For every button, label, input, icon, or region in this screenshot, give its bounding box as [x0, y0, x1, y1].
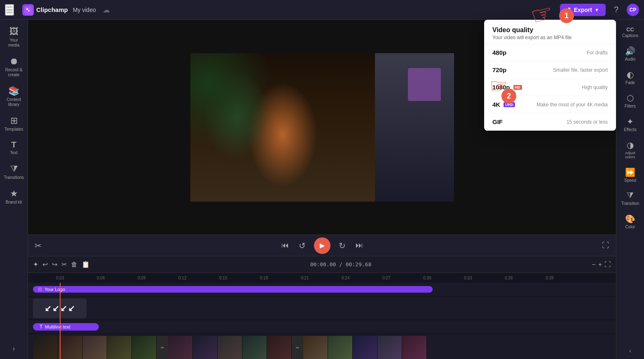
- audio-icon: 🔊: [625, 46, 635, 56]
- text-icon: T: [11, 140, 16, 150]
- option-left-480p: 480p: [492, 49, 506, 56]
- rs-item-effects[interactable]: ✦ Effects: [618, 113, 643, 135]
- vid-thumb: [377, 336, 402, 359]
- quality-option-720p[interactable]: 720p Smaller file, faster export: [484, 61, 616, 79]
- video-title[interactable]: My video: [73, 7, 96, 13]
- sidebar-expand-button[interactable]: ›: [13, 345, 15, 352]
- play-button[interactable]: ▶: [314, 237, 330, 254]
- rs-item-transition[interactable]: ⧩ Transition: [618, 188, 643, 209]
- sidebar-item-record[interactable]: ⏺ Record &create: [2, 53, 26, 81]
- cursor-number-2: 2: [501, 89, 516, 103]
- rs-item-fade[interactable]: ◐ Fade: [618, 66, 643, 88]
- popup-header: Video quality Your video will export as …: [484, 20, 616, 44]
- timeline-copy-button[interactable]: 📋: [82, 260, 90, 268]
- vid-thumb: [107, 336, 132, 359]
- vid-thumb: [58, 336, 82, 359]
- ruler-mark: 0:18: [260, 276, 301, 280]
- arrows-clip[interactable]: ↙ ↙ ↙ ↙: [33, 298, 87, 318]
- ruler-mark: 0:09: [138, 276, 178, 280]
- timeline-cut-button[interactable]: ✂: [61, 260, 67, 268]
- vid-thumb: [193, 336, 218, 359]
- record-icon: ⏺: [9, 56, 19, 67]
- timeline-zoom: − + ⛶: [592, 261, 611, 268]
- rs-label-filters: Filters: [625, 104, 636, 108]
- timeline-delete-button[interactable]: 🗑: [71, 261, 77, 268]
- res-gif: GIF: [492, 118, 503, 125]
- sidebar-item-templates[interactable]: ⊞ Templates: [2, 112, 26, 135]
- logo-icon: [22, 4, 34, 16]
- logo-track-label: Your Logo: [44, 287, 65, 292]
- option-left-720p: 720p: [492, 66, 506, 73]
- timeline-undo-button[interactable]: ↩: [42, 260, 48, 268]
- timeline-magic-button[interactable]: ✦: [33, 260, 38, 268]
- adjust-icon: ◑: [627, 140, 634, 150]
- logo-dot-icon: [38, 287, 42, 291]
- zoom-in-button[interactable]: +: [598, 261, 602, 268]
- time-total: 00:29.68: [346, 261, 372, 267]
- cursor-number-1: 1: [559, 8, 574, 23]
- rs-label-audio: Audio: [625, 57, 636, 61]
- ruler-mark: 0:15: [219, 276, 260, 280]
- popup-subtitle: Your video will export as an MP4 file: [492, 35, 608, 40]
- ruler-mark: 0:33: [464, 276, 505, 280]
- rs-item-adjust[interactable]: ◑ Adjustcolors: [618, 137, 643, 162]
- hamburger-button[interactable]: ☰: [5, 4, 14, 16]
- ruler-mark: 0:06: [97, 276, 138, 280]
- rs-item-speed[interactable]: ⏩ Speed: [618, 164, 643, 186]
- left-sidebar: 🖼 Your media ⏺ Record &create 📚 Contentl…: [0, 20, 28, 359]
- text-clip[interactable]: T Multiline text: [33, 323, 99, 331]
- sidebar-item-media[interactable]: 🖼 Your media: [2, 23, 26, 51]
- fade-icon: ◐: [627, 70, 634, 80]
- ruler-mark: 0:03: [56, 276, 97, 280]
- next-button[interactable]: ⏭: [354, 239, 365, 251]
- desc-480p: For drafts: [587, 50, 608, 56]
- vid-thumb: [168, 336, 193, 359]
- option-left-gif: GIF: [492, 118, 503, 125]
- sidebar-label-content: Contentlibrary: [7, 97, 21, 107]
- timeline-ruler: 0:03 0:06 0:09 0:12 0:15 0:18 0:21 0:24 …: [28, 273, 616, 283]
- res-480p: 480p: [492, 49, 506, 56]
- rs-item-audio[interactable]: 🔊 Audio: [618, 43, 643, 65]
- effects-icon: ✦: [627, 117, 634, 127]
- vid-thumb: [328, 336, 353, 359]
- hd-badge: HD: [513, 85, 522, 90]
- zoom-out-button[interactable]: −: [592, 261, 595, 268]
- app-name: Clipchamp: [36, 6, 68, 13]
- timeline-expand-button[interactable]: ⛶: [604, 261, 611, 268]
- quality-option-gif[interactable]: GIF 15 seconds or less: [484, 113, 616, 131]
- vid-thumb: [218, 336, 242, 359]
- crop-button[interactable]: ✂: [33, 239, 43, 252]
- rs-item-color[interactable]: 🎨 Color: [618, 211, 643, 232]
- prev-button[interactable]: ⏮: [280, 239, 290, 251]
- avatar[interactable]: CP: [627, 4, 639, 16]
- rewind-button[interactable]: ↺: [297, 239, 307, 252]
- templates-icon: ⊞: [10, 115, 18, 126]
- rs-label-captions: Captions: [622, 33, 638, 38]
- sidebar-label-media: Your media: [4, 38, 24, 48]
- sidebar-item-transitions[interactable]: ⧩ Transitions: [2, 160, 26, 183]
- fullscreen-button[interactable]: ⛶: [600, 239, 611, 251]
- help-icon[interactable]: ?: [614, 5, 618, 14]
- vid-thumb: [303, 336, 328, 359]
- timeline-time: 00:00.00 / 00:29.68: [94, 261, 588, 267]
- export-label: Export: [574, 7, 592, 13]
- vid-thumb: [82, 336, 107, 359]
- sidebar-label-transitions: Transitions: [4, 175, 24, 180]
- forward-button[interactable]: ↻: [337, 239, 347, 252]
- rs-item-filters[interactable]: ⬡ Filters: [618, 90, 643, 112]
- sidebar-item-text[interactable]: T Text: [2, 137, 26, 159]
- vid-thumb: [33, 336, 58, 359]
- video-quality-popup: Video quality Your video will export as …: [484, 20, 616, 131]
- rs-item-captions[interactable]: CC Captions: [618, 23, 643, 41]
- video-frame: [190, 53, 454, 202]
- logo-clip[interactable]: Your Logo: [33, 286, 433, 293]
- arrows-content: ↙ ↙ ↙ ↙: [44, 303, 75, 313]
- sidebar-item-content[interactable]: 📚 Contentlibrary: [2, 82, 26, 110]
- sidebar-item-brand[interactable]: ★ Brand kit: [2, 185, 26, 208]
- right-sidebar-collapse[interactable]: ‹: [629, 347, 631, 354]
- rs-label-fade: Fade: [625, 80, 635, 85]
- cut-marker: ✂: [157, 336, 168, 359]
- video-clip-strip[interactable]: ✂ ✂: [33, 336, 427, 359]
- quality-option-480p[interactable]: 480p For drafts: [484, 44, 616, 61]
- timeline-redo-button[interactable]: ↪: [52, 260, 57, 268]
